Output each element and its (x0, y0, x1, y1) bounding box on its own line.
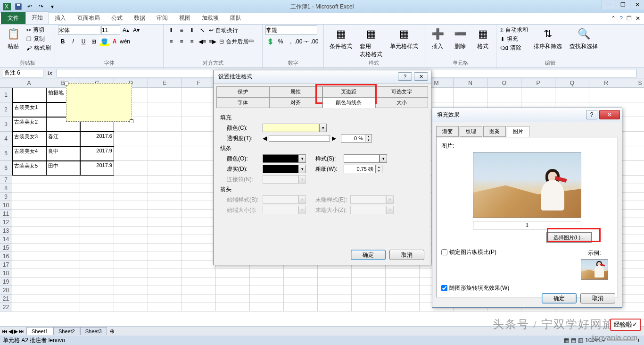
cell[interactable] (12, 235, 46, 244)
cell[interactable] (80, 218, 114, 227)
cell[interactable] (182, 161, 216, 176)
bold-button[interactable]: B (58, 37, 67, 46)
cell[interactable] (148, 218, 182, 227)
cell[interactable] (148, 102, 182, 117)
cell[interactable] (148, 286, 182, 295)
cell[interactable]: 古装美女4 (12, 146, 46, 161)
row-header[interactable]: 20 (0, 286, 12, 295)
cell[interactable] (46, 278, 80, 286)
cell[interactable] (454, 88, 487, 102)
cell[interactable]: 古装美女5 (12, 161, 46, 176)
cell[interactable] (12, 210, 46, 218)
cell[interactable] (250, 278, 284, 286)
increase-indent-icon[interactable]: ≡▶ (208, 37, 217, 46)
cell[interactable] (148, 235, 182, 244)
cell[interactable] (12, 176, 46, 184)
cell[interactable] (182, 210, 216, 218)
cell[interactable] (80, 269, 114, 278)
row-header[interactable]: 14 (0, 235, 12, 244)
tab-data[interactable]: 数据 (128, 12, 151, 24)
fill-color-select[interactable] (263, 124, 319, 132)
line-style-dropdown-icon[interactable]: ▾ (380, 154, 387, 163)
page-break-view-icon[interactable]: ▥ (578, 337, 583, 344)
cell[interactable] (182, 102, 216, 117)
cell[interactable] (12, 295, 46, 303)
cell[interactable] (80, 278, 114, 286)
cell[interactable] (12, 303, 46, 311)
cell[interactable] (12, 218, 46, 227)
cell[interactable] (114, 244, 148, 252)
cell[interactable] (12, 286, 46, 295)
cell[interactable] (148, 261, 182, 269)
row-header[interactable]: 11 (0, 210, 12, 218)
column-header[interactable]: E (148, 78, 182, 88)
cell[interactable] (46, 244, 80, 252)
column-header[interactable]: O (487, 78, 521, 88)
tab-review[interactable]: 审阅 (151, 12, 173, 24)
dialog2-titlebar[interactable]: 填充效果 ? ✕ (432, 108, 622, 122)
dialog-help-button[interactable]: ? (398, 72, 412, 81)
cell[interactable] (182, 235, 216, 244)
cell[interactable] (80, 176, 114, 184)
column-header[interactable]: F (182, 78, 216, 88)
minimize-ribbon-icon[interactable]: ⌃ (611, 15, 616, 22)
tab-formulas[interactable]: 公式 (106, 12, 128, 24)
cell[interactable] (114, 184, 148, 193)
cell[interactable] (623, 218, 644, 227)
cancel-button[interactable]: 取消 (389, 250, 424, 260)
cell[interactable] (352, 278, 386, 286)
row-header[interactable]: 18 (0, 269, 12, 278)
row-header[interactable]: 17 (0, 261, 12, 269)
cell[interactable] (182, 184, 216, 193)
cell[interactable] (623, 227, 644, 235)
next-sheet-icon[interactable]: ▶ (14, 328, 18, 335)
column-header[interactable]: R (589, 78, 623, 88)
cell[interactable] (114, 218, 148, 227)
cell[interactable] (46, 303, 80, 311)
cell[interactable] (216, 269, 250, 278)
cell[interactable] (182, 269, 216, 278)
cell[interactable] (46, 193, 80, 201)
cell[interactable] (216, 286, 250, 295)
weight-value[interactable] (344, 165, 375, 173)
cell[interactable] (250, 269, 284, 278)
font-size-select[interactable] (101, 25, 120, 35)
cell[interactable] (216, 278, 250, 286)
row-header[interactable]: 7 (0, 176, 12, 184)
row-header[interactable]: 8 (0, 184, 12, 193)
paste-button[interactable]: 📋 粘贴 (3, 25, 24, 51)
cell[interactable] (182, 117, 216, 132)
align-center-icon[interactable]: ≡ (177, 37, 186, 46)
cell[interactable] (352, 295, 386, 303)
cell[interactable] (318, 286, 352, 295)
line-color-dropdown-icon[interactable]: ▾ (298, 154, 306, 163)
cell[interactable] (182, 261, 216, 269)
help-icon[interactable]: ? (619, 15, 623, 22)
cell[interactable] (80, 210, 114, 218)
row-header[interactable]: 1 (0, 88, 12, 102)
cell[interactable] (148, 161, 182, 176)
cell[interactable] (148, 176, 182, 184)
cell[interactable] (114, 132, 148, 146)
align-right-icon[interactable]: ≡ (187, 37, 197, 46)
cell[interactable] (12, 201, 46, 210)
percent-icon[interactable]: % (276, 37, 285, 46)
font-family-select[interactable] (58, 25, 100, 35)
row-header[interactable]: 19 (0, 278, 12, 286)
tab-pattern[interactable]: 图案 (483, 126, 506, 137)
cell[interactable] (80, 244, 114, 252)
dialog-titlebar[interactable]: 设置批注格式 ? ✕ (214, 70, 431, 84)
phonetic-button[interactable]: wén (120, 37, 130, 46)
cell[interactable] (182, 201, 216, 210)
number-format-select[interactable] (265, 25, 317, 35)
save-icon[interactable] (13, 2, 24, 11)
column-header[interactable]: P (521, 78, 555, 88)
cell[interactable] (284, 269, 318, 278)
sheet-tab-1[interactable]: Sheet1 (26, 327, 53, 335)
cell[interactable] (352, 286, 386, 295)
cell[interactable] (46, 218, 80, 227)
cell[interactable] (114, 176, 148, 184)
ok-button[interactable]: 确定 (351, 250, 386, 260)
row-header[interactable]: 4 (0, 132, 12, 146)
cell[interactable] (182, 295, 216, 303)
